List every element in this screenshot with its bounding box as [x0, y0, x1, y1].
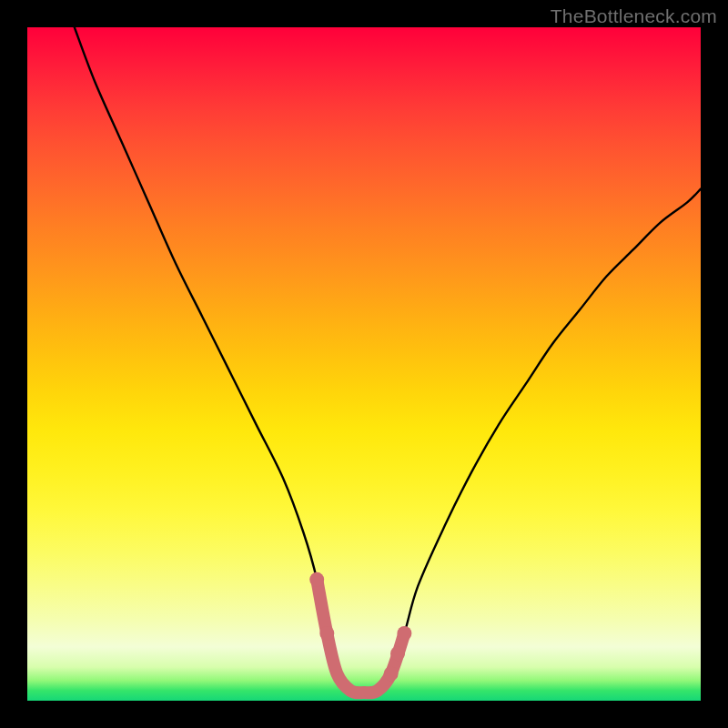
highlight-dot	[309, 572, 324, 587]
plot-area	[27, 27, 701, 701]
watermark-text: TheBottleneck.com	[551, 5, 717, 27]
bottleneck-curve-path	[75, 27, 701, 693]
highlight-dot	[384, 666, 399, 681]
chart-svg	[27, 27, 701, 701]
highlight-dot	[397, 626, 411, 641]
highlight-dot	[390, 646, 405, 661]
highlight-dot	[319, 626, 334, 641]
chart-frame: TheBottleneck.com	[0, 0, 728, 728]
main-curve	[75, 27, 701, 693]
